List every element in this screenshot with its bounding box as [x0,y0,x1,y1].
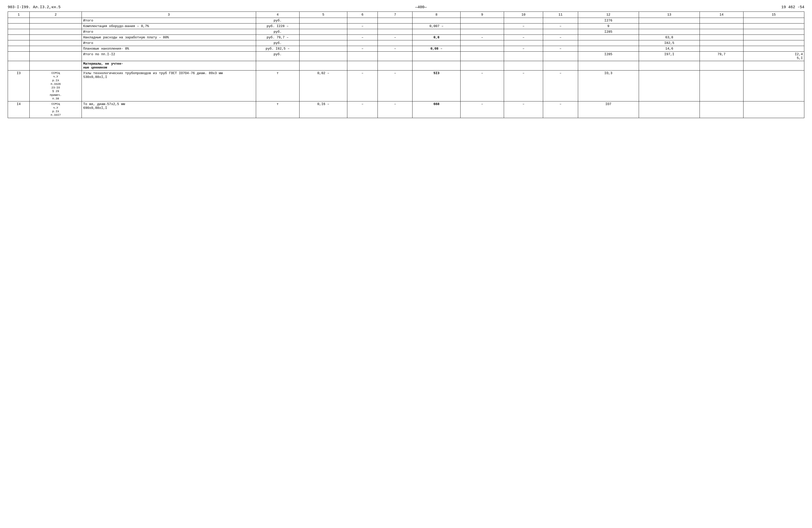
table-row: Комплектация оборудо-вания – 0,7% руб. I… [8,24,804,29]
col-header-14: 14 [700,12,743,18]
table-row: Итого руб. I276 [8,18,804,24]
col-header-1: 1 [8,12,30,18]
table-row: Итого руб. I82,5 [8,40,804,46]
column-headers: 1 2 3 4 5 6 7 8 9 10 11 12 13 14 15 [8,12,804,18]
page-header: 903-I-I99. Ал.I3.2,кн.5 —400— 19 462 -54 [8,5,804,10]
col-header-4: 4 [256,12,299,18]
col-header-7: 7 [378,12,412,18]
table-row: Итого по пп.I-I2 руб. I285 I97,I 79,7 I2… [8,52,804,61]
col-header-5: 5 [299,12,347,18]
header-left: 903-I-I99. Ал.I3.2,кн.5 [8,5,61,10]
col-header-6: 6 [347,12,378,18]
col-header-2: 2 [30,12,82,18]
header-center: —400— [415,5,427,10]
col-header-10: 10 [504,12,543,18]
table-row-section: Материалы, не учтен-ные ценником [8,61,804,71]
table-row: Плановые накопления- 8% руб. I82,5 – – –… [8,46,804,52]
col-header-8: 8 [412,12,460,18]
col-header-13: 13 [639,12,699,18]
table-row: Накладные расходы на заработную плату – … [8,35,804,40]
col-header-11: 11 [543,12,578,18]
table-row: I3 ССРСЦч.Ур.IXп.332623-IO§ 29примеч.п.3… [8,71,804,101]
col-header-12: 12 [578,12,639,18]
header-right: 19 462 -54 [781,5,804,10]
table-row: I4 ССРСЦч.Ур.IXп.33I7 То же, диам.57х2,5… [8,101,804,118]
main-table: 1 2 3 4 5 6 7 8 9 10 11 12 13 14 15 Итог… [8,12,804,118]
table-row: Итого руб. I285 [8,29,804,35]
col-header-9: 9 [460,12,504,18]
col-header-15: 15 [743,12,804,18]
col-header-3: 3 [82,12,256,18]
